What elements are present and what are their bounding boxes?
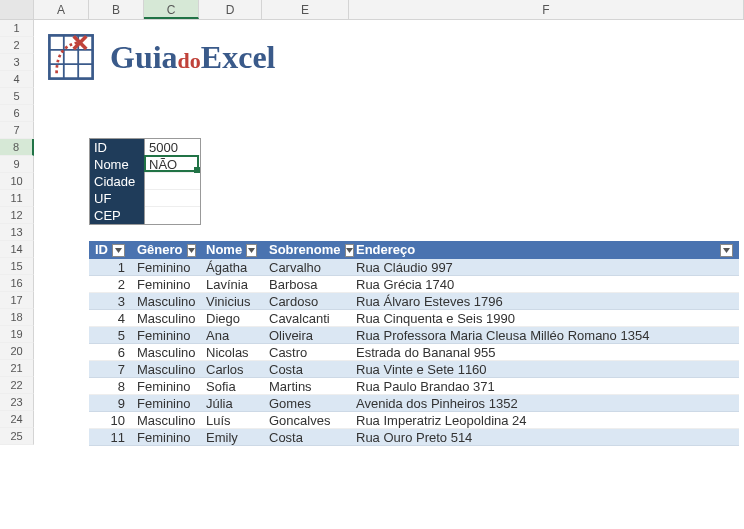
cell-gen[interactable]: Masculino (131, 412, 200, 429)
row-header-3[interactable]: 3 (0, 54, 34, 71)
row-header-6[interactable]: 6 (0, 105, 34, 122)
row-header-15[interactable]: 15 (0, 258, 34, 275)
row-header-16[interactable]: 16 (0, 275, 34, 292)
col-header-A[interactable]: A (34, 0, 89, 19)
cell-sobre[interactable]: Barbosa (263, 276, 350, 293)
cell-nome[interactable]: Emily (200, 429, 263, 446)
cell-id[interactable]: 9 (89, 395, 131, 412)
cell-nome[interactable]: Lavínia (200, 276, 263, 293)
row-header-20[interactable]: 20 (0, 343, 34, 360)
col-header-D[interactable]: D (199, 0, 262, 19)
cell-id[interactable]: 6 (89, 344, 131, 361)
col-header-E[interactable]: E (262, 0, 349, 19)
th-nome[interactable]: Nome (200, 241, 263, 259)
cell-end[interactable]: Rua Cinquenta e Seis 1990 (350, 310, 739, 327)
lookup-value[interactable] (145, 190, 200, 207)
cell-sobre[interactable]: Costa (263, 361, 350, 378)
table-row[interactable]: 3MasculinoViniciusCardosoRua Álvaro Este… (89, 293, 739, 310)
table-row[interactable]: 4MasculinoDiegoCavalcantiRua Cinquenta e… (89, 310, 739, 327)
row-header-14[interactable]: 14 (0, 241, 34, 258)
lookup-value[interactable] (145, 173, 200, 190)
cell-nome[interactable]: Carlos (200, 361, 263, 378)
cell-gen[interactable]: Feminino (131, 395, 200, 412)
cell-gen[interactable]: Masculino (131, 310, 200, 327)
cell-sobre[interactable]: Cavalcanti (263, 310, 350, 327)
cell-nome[interactable]: Ana (200, 327, 263, 344)
col-header-F[interactable]: F (349, 0, 744, 19)
cell-end[interactable]: Rua Álvaro Esteves 1796 (350, 293, 739, 310)
filter-icon[interactable] (112, 244, 125, 257)
cell-id[interactable]: 3 (89, 293, 131, 310)
cell-sobre[interactable]: Martins (263, 378, 350, 395)
row-header-25[interactable]: 25 (0, 428, 34, 445)
cell-nome[interactable]: Nicolas (200, 344, 263, 361)
row-header-12[interactable]: 12 (0, 207, 34, 224)
cell-gen[interactable]: Masculino (131, 344, 200, 361)
cell-id[interactable]: 7 (89, 361, 131, 378)
th-sobrenome[interactable]: Sobrenome (263, 241, 350, 259)
row-header-7[interactable]: 7 (0, 122, 34, 139)
lookup-value[interactable]: 5000 (145, 139, 200, 156)
cell-sobre[interactable]: Goncalves (263, 412, 350, 429)
cell-nome[interactable]: Diego (200, 310, 263, 327)
cell-id[interactable]: 2 (89, 276, 131, 293)
cell-gen[interactable]: Feminino (131, 378, 200, 395)
row-header-9[interactable]: 9 (0, 156, 34, 173)
th-genero[interactable]: Gênero (131, 241, 200, 259)
table-row[interactable]: 11FemininoEmilyCostaRua Ouro Preto 514 (89, 429, 739, 446)
cell-end[interactable]: Rua Vinte e Sete 1160 (350, 361, 739, 378)
cell-id[interactable]: 1 (89, 259, 131, 276)
row-header-22[interactable]: 22 (0, 377, 34, 394)
row-header-5[interactable]: 5 (0, 88, 34, 105)
th-id[interactable]: ID (89, 241, 131, 259)
row-header-19[interactable]: 19 (0, 326, 34, 343)
row-header-21[interactable]: 21 (0, 360, 34, 377)
cell-end[interactable]: Rua Cláudio 997 (350, 259, 739, 276)
row-header-10[interactable]: 10 (0, 173, 34, 190)
row-header-8[interactable]: 8 (0, 139, 34, 156)
cell-sobre[interactable]: Cardoso (263, 293, 350, 310)
lookup-value[interactable] (145, 207, 200, 224)
cell-gen[interactable]: Feminino (131, 259, 200, 276)
cell-end[interactable]: Rua Paulo Brandao 371 (350, 378, 739, 395)
row-header-1[interactable]: 1 (0, 20, 34, 37)
cell-nome[interactable]: Júlia (200, 395, 263, 412)
cell-sobre[interactable]: Costa (263, 429, 350, 446)
table-row[interactable]: 10MasculinoLuísGoncalvesRua Imperatriz L… (89, 412, 739, 429)
row-header-2[interactable]: 2 (0, 37, 34, 54)
cell-nome[interactable]: Sofia (200, 378, 263, 395)
th-endereco[interactable]: Endereço (350, 241, 739, 259)
cell-sobre[interactable]: Gomes (263, 395, 350, 412)
table-row[interactable]: 8FemininoSofiaMartinsRua Paulo Brandao 3… (89, 378, 739, 395)
cell-nome[interactable]: Vinicius (200, 293, 263, 310)
cell-gen[interactable]: Masculino (131, 293, 200, 310)
row-header-4[interactable]: 4 (0, 71, 34, 88)
table-row[interactable]: 1FemininoÁgathaCarvalhoRua Cláudio 997 (89, 259, 739, 276)
table-row[interactable]: 6MasculinoNicolasCastroEstrada do Banana… (89, 344, 739, 361)
table-row[interactable]: 9FemininoJúliaGomesAvenida dos Pinheiros… (89, 395, 739, 412)
cell-id[interactable]: 11 (89, 429, 131, 446)
table-row[interactable]: 2FemininoLavíniaBarbosaRua Grécia 1740 (89, 276, 739, 293)
cell-end[interactable]: Rua Grécia 1740 (350, 276, 739, 293)
col-header-C[interactable]: C (144, 0, 199, 19)
cell-gen[interactable]: Feminino (131, 327, 200, 344)
cell-id[interactable]: 4 (89, 310, 131, 327)
filter-icon[interactable] (187, 244, 196, 257)
col-header-B[interactable]: B (89, 0, 144, 19)
lookup-value[interactable]: NÃO ENC. (145, 156, 200, 173)
table-row[interactable]: 7MasculinoCarlosCostaRua Vinte e Sete 11… (89, 361, 739, 378)
filter-icon[interactable] (246, 244, 257, 257)
table-row[interactable]: 5FemininoAnaOliveiraRua Professora Maria… (89, 327, 739, 344)
row-header-24[interactable]: 24 (0, 411, 34, 428)
row-header-17[interactable]: 17 (0, 292, 34, 309)
row-header-18[interactable]: 18 (0, 309, 34, 326)
cell-end[interactable]: Rua Professora Maria Cleusa Milléo Roman… (350, 327, 739, 344)
cell-gen[interactable]: Masculino (131, 361, 200, 378)
cell-sobre[interactable]: Castro (263, 344, 350, 361)
cell-gen[interactable]: Feminino (131, 276, 200, 293)
cell-id[interactable]: 8 (89, 378, 131, 395)
cell-gen[interactable]: Feminino (131, 429, 200, 446)
row-header-23[interactable]: 23 (0, 394, 34, 411)
cell-sobre[interactable]: Oliveira (263, 327, 350, 344)
cell-nome[interactable]: Ágatha (200, 259, 263, 276)
